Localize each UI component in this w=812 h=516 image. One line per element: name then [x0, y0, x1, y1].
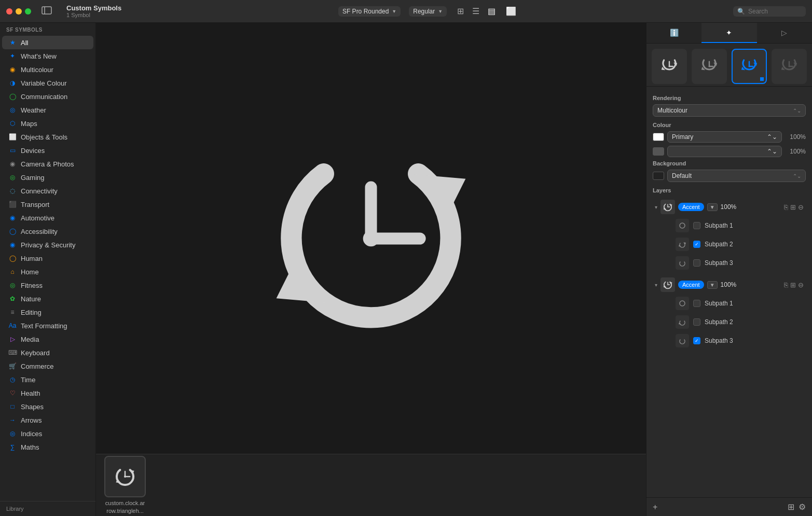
layer-1-edit-icon[interactable]: ⊞	[790, 203, 796, 211]
layer-2-edit-icon[interactable]: ⊞	[790, 281, 796, 289]
sidebar-item-editing[interactable]: ≡Editing	[2, 305, 93, 319]
subpath-1-2[interactable]: Subpath 2	[673, 235, 806, 254]
background-select[interactable]: Default ⌃⌄	[667, 170, 806, 182]
sidebar-item-automotive[interactable]: ◉Automotive	[2, 211, 93, 225]
sidebar-item-accessibility[interactable]: ◯Accessibility	[2, 225, 93, 238]
layer-2-accent[interactable]: Accent	[678, 281, 704, 289]
primary-colour-swatch[interactable]	[653, 133, 664, 141]
subpath-2-3-checkbox[interactable]	[693, 337, 700, 344]
subpath-2-2-checkbox[interactable]	[693, 318, 700, 326]
layer-2-accent-arrow[interactable]: ▼	[707, 281, 718, 289]
layer-2-minus-icon[interactable]: ⊖	[798, 281, 804, 289]
inspector-toggle[interactable]: ⬜	[506, 6, 516, 16]
symbol-thumbnail-container[interactable]: custom.clock.arrow.triangleh...	[104, 456, 146, 514]
sidebar-item-arrows[interactable]: →Arrows	[2, 413, 93, 427]
sidebar-item-connectivity[interactable]: ◌Connectivity	[2, 184, 93, 198]
subpath-2-1-checkbox[interactable]	[693, 300, 700, 307]
sidebar-item-text-formatting[interactable]: AaText Formatting	[2, 319, 93, 332]
layer-1-accent[interactable]: Accent	[678, 203, 704, 211]
rendering-select[interactable]: Multicolour ⌃⌄	[653, 104, 806, 117]
sidebar-item-maps[interactable]: ⬡Maps	[2, 117, 93, 130]
search-icon: 🔍	[737, 8, 745, 15]
layer-2-copy-icon[interactable]: ⎘	[784, 281, 788, 289]
layers-grid-icon[interactable]: ⊞	[788, 502, 794, 512]
symbol-thumbnail[interactable]	[104, 456, 146, 497]
sidebar-item-whats-new[interactable]: ✦What's New	[2, 49, 93, 63]
gallery-view-button[interactable]: ▤	[486, 5, 498, 17]
sidebar-item-all[interactable]: ★All	[2, 36, 93, 49]
add-layer-button[interactable]: +	[653, 503, 657, 512]
tab-info[interactable]: ℹ️	[646, 23, 701, 43]
sidebar-label-variable-colour: Variable Colour	[21, 79, 67, 87]
layer-1-accent-arrow[interactable]: ▼	[707, 203, 718, 211]
sidebar-item-keyboard[interactable]: ⌨Keyboard	[2, 346, 93, 359]
tab-preview[interactable]: ▷	[757, 23, 812, 43]
sidebar-label-gaming: Gaming	[21, 174, 45, 182]
layer-group-2-row[interactable]: ▾ Accent ▼ 100%	[653, 275, 806, 294]
sidebar-icon-fitness: ◎	[8, 281, 17, 289]
subpath-1-1-checkbox[interactable]	[693, 222, 700, 229]
sidebar-item-time[interactable]: ◷Time	[2, 373, 93, 386]
inspector-settings-icon[interactable]: ⚙	[799, 502, 806, 512]
sidebar-item-fitness[interactable]: ◎Fitness	[2, 278, 93, 292]
titlebar-center: SF Pro Rounded ▼ Regular ▼ ⊞ ☰ ▤ ⬜	[128, 5, 727, 17]
sidebar-toggle[interactable]	[42, 6, 52, 17]
font-family-selector[interactable]: SF Pro Rounded ▼	[338, 6, 401, 17]
layer-1-copy-icon[interactable]: ⎘	[784, 203, 788, 211]
sidebar-item-privacy-security[interactable]: ◉Privacy & Security	[2, 238, 93, 252]
grid-view-button[interactable]: ⊞	[455, 5, 466, 17]
subpath-1-2-checkbox[interactable]	[693, 241, 700, 248]
font-family-arrow: ▼	[392, 9, 396, 14]
sidebar-item-maths[interactable]: ∑Maths	[2, 440, 93, 454]
sidebar-item-multicolour[interactable]: ◉Multicolour	[2, 63, 93, 76]
sidebar-icon-human: ◯	[8, 254, 17, 262]
layer-1-minus-icon[interactable]: ⊖	[798, 203, 804, 211]
sidebar-item-objects-tools[interactable]: ⬜Objects & Tools	[2, 130, 93, 144]
subpath-1-3-checkbox[interactable]	[693, 259, 700, 267]
sidebar-item-media[interactable]: ▷Media	[2, 332, 93, 346]
font-weight-selector[interactable]: Regular ▼	[409, 6, 447, 17]
list-view-button[interactable]: ☰	[470, 5, 481, 17]
sidebar-item-variable-colour[interactable]: ◑Variable Colour	[2, 76, 93, 90]
secondary-colour-swatch[interactable]	[653, 147, 664, 156]
subpath-2-2[interactable]: Subpath 2	[673, 313, 806, 331]
variant-thumb-1[interactable]	[652, 49, 687, 84]
secondary-colour-control[interactable]: ⌃⌄	[667, 146, 782, 157]
sidebar-label-editing: Editing	[21, 309, 42, 316]
sidebar-item-commerce[interactable]: 🛒Commerce	[2, 359, 93, 373]
sidebar-item-shapes[interactable]: □Shapes	[2, 400, 93, 413]
subpath-1-2-label: Subpath 2	[705, 241, 733, 248]
close-button[interactable]	[6, 8, 12, 15]
subpath-2-3[interactable]: Subpath 3	[673, 331, 806, 350]
sidebar-item-indices[interactable]: ◎Indices	[2, 427, 93, 440]
background-colour-swatch[interactable]	[653, 172, 664, 180]
primary-colour-control[interactable]: Primary ⌃⌄	[667, 131, 782, 143]
subpath-2-1[interactable]: Subpath 1	[673, 294, 806, 313]
variant-thumb-4[interactable]	[772, 49, 807, 84]
sidebar-item-human[interactable]: ◯Human	[2, 252, 93, 265]
maximize-button[interactable]	[25, 8, 31, 15]
sidebar-item-nature[interactable]: ✿Nature	[2, 292, 93, 305]
sidebar-item-home[interactable]: ⌂Home	[2, 265, 93, 278]
sidebar-item-devices[interactable]: ▭Devices	[2, 144, 93, 157]
secondary-colour-pct: 100%	[785, 148, 806, 155]
sidebar-item-weather[interactable]: ◎Weather	[2, 103, 93, 117]
variant-thumb-3[interactable]	[732, 49, 767, 84]
layer-1-chevron[interactable]: ▾	[655, 204, 657, 210]
layer-2-chevron[interactable]: ▾	[655, 282, 657, 288]
sidebar-item-communication[interactable]: ◯Communication	[2, 90, 93, 103]
layer-2-subpaths: Subpath 1 Subpath 2 Subp	[673, 294, 806, 350]
subpath-1-1[interactable]: Subpath 1	[673, 216, 806, 235]
sidebar-item-gaming[interactable]: ◎Gaming	[2, 171, 93, 184]
tab-rendering[interactable]: ✦	[701, 23, 756, 43]
background-value: Default	[672, 172, 692, 179]
variant-thumb-2[interactable]	[692, 49, 727, 84]
secondary-colour-arrow: ⌃⌄	[767, 148, 777, 155]
subpath-1-3[interactable]: Subpath 3	[673, 254, 806, 272]
sidebar-item-transport[interactable]: ⬛Transport	[2, 198, 93, 211]
sidebar-item-health[interactable]: ♡Health	[2, 386, 93, 400]
sidebar-item-camera-photos[interactable]: ◉Camera & Photos	[2, 157, 93, 171]
search-input[interactable]	[748, 8, 800, 15]
layer-group-1-row[interactable]: ▾ Accent ▼ 100%	[653, 198, 806, 216]
minimize-button[interactable]	[16, 8, 22, 15]
